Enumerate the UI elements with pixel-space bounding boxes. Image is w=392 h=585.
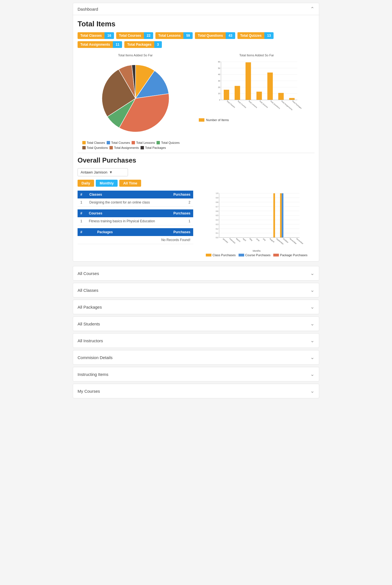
bar-legend-label: Number of Items <box>206 118 229 122</box>
svg-rect-14 <box>224 90 229 100</box>
badge-total-questions: Total Questions43 <box>195 32 235 39</box>
badge-total-classes: Total Classes16 <box>78 32 114 39</box>
legend-dot <box>157 141 160 144</box>
collapsible-section-all-classes: All Classes ⌄ <box>73 283 319 297</box>
pie-legend-item: Total Assignments <box>109 146 139 149</box>
dashboard-title: Dashboard <box>78 7 98 11</box>
svg-text:Total Questions: Total Questions <box>270 100 281 109</box>
svg-text:0.2: 0.2 <box>216 228 218 230</box>
legend-label: Total Lessons <box>136 141 155 144</box>
collapsible-label: Instructing Items <box>78 372 108 377</box>
total-items-title: Total Items <box>78 20 314 28</box>
svg-text:30: 30 <box>218 80 220 82</box>
pie-legend-item: Total Courses <box>107 141 130 144</box>
pie-chart-svg <box>96 59 175 138</box>
collapsible-header[interactable]: All Instructors ⌄ <box>73 334 319 348</box>
pie-legend-item: Total Classes <box>82 141 105 144</box>
bar-chart-wrap: 0102030405060Total ClassesTotal CoursesT… <box>199 59 314 116</box>
filter-btn-daily[interactable]: Daily <box>78 180 94 187</box>
collapsible-header[interactable]: All Classes ⌄ <box>73 283 319 297</box>
legend-dot <box>82 146 86 149</box>
svg-rect-26 <box>289 98 295 100</box>
legend-dot <box>141 146 144 149</box>
filter-btn-monthly[interactable]: Monthly <box>96 180 118 187</box>
collapsible-header[interactable]: My Courses ⌄ <box>73 384 319 398</box>
filter-buttons: DailyMonthlyAll Time <box>78 180 314 187</box>
collapsible-section-all-students: All Students ⌄ <box>73 316 319 331</box>
collapsible-label: All Instructors <box>78 338 103 343</box>
classes-col-num: # <box>78 191 87 198</box>
collapsible-header[interactable]: All Courses ⌄ <box>73 266 319 280</box>
collapsible-label: All Courses <box>78 271 99 276</box>
selector-row: Antawn Jamison ▼ <box>78 168 314 176</box>
pie-legend-item: Total Lessons <box>132 141 155 144</box>
chevron-down-icon: ⌄ <box>310 388 314 394</box>
svg-text:Total Courses: Total Courses <box>237 100 247 108</box>
packages-col-purchases: Purchases <box>142 228 193 236</box>
svg-text:October: October <box>283 238 289 244</box>
overall-purchases-section: Overall Purchases Antawn Jamison ▼ Daily… <box>78 156 314 257</box>
pie-chart-container: Total Items Added So Far Total ClassesTo… <box>78 54 193 149</box>
collapsible-section-all-courses: All Courses ⌄ <box>73 266 319 281</box>
bar-legend: Number of Items <box>199 118 229 122</box>
packages-col-num: # <box>78 228 94 236</box>
svg-text:Total Packages: Total Packages <box>291 100 302 109</box>
svg-text:July: July <box>262 238 267 242</box>
legend-label: Total Assignments <box>114 146 139 149</box>
svg-text:0.0: 0.0 <box>216 237 218 239</box>
svg-text:20: 20 <box>218 86 220 89</box>
collapsible-header[interactable]: All Students ⌄ <box>73 317 319 331</box>
svg-text:0.9: 0.9 <box>216 197 218 199</box>
collapsible-section-instructing-items: Instructing Items ⌄ <box>73 367 319 381</box>
svg-text:60: 60 <box>218 61 220 63</box>
svg-text:50: 50 <box>218 67 220 70</box>
svg-text:10: 10 <box>218 92 220 95</box>
badge-total-packages: Total Packages3 <box>124 41 162 48</box>
bar-chart-title: Total Items Added So Far <box>239 54 274 57</box>
chevron-down-icon: ⌄ <box>310 337 314 344</box>
courses-table: # Courses Purchases 1Fitness training ba… <box>78 209 193 225</box>
legend-dot <box>132 141 135 144</box>
collapsible-header[interactable]: All Packages ⌄ <box>73 300 319 314</box>
collapsible-section-all-packages: All Packages ⌄ <box>73 300 319 314</box>
courses-col-name: Courses <box>86 209 167 217</box>
svg-text:March: March <box>236 238 241 242</box>
dropdown-arrow: ▼ <box>109 170 113 174</box>
svg-rect-60 <box>273 193 275 238</box>
chevron-down-icon: ⌄ <box>310 321 314 327</box>
legend-label: Total Courses <box>111 141 130 144</box>
svg-text:0.3: 0.3 <box>216 223 218 225</box>
svg-text:0.6: 0.6 <box>216 210 218 212</box>
svg-rect-22 <box>267 73 273 100</box>
purchases-title: Overall Purchases <box>78 156 314 164</box>
chevron-down-icon: ⌄ <box>310 304 314 310</box>
collapsible-label: All Packages <box>78 305 102 309</box>
user-selector[interactable]: Antawn Jamison ▼ <box>78 168 128 176</box>
svg-text:0.7: 0.7 <box>216 206 218 208</box>
svg-text:Total Assignments: Total Assignments <box>281 100 293 111</box>
svg-text:0.8: 0.8 <box>216 201 218 203</box>
pie-legend: Total ClassesTotal CoursesTotal LessonsT… <box>82 141 189 149</box>
svg-rect-63 <box>282 193 283 238</box>
charts-row: Total Items Added So Far Total ClassesTo… <box>78 54 314 149</box>
badge-total-courses: Total Courses22 <box>116 32 153 39</box>
filter-btn-alltime[interactable]: All Time <box>119 180 141 187</box>
collapsible-header[interactable]: Instructing Items ⌄ <box>73 367 319 381</box>
svg-rect-62 <box>280 193 282 238</box>
packages-col-name: Packages <box>94 228 142 236</box>
svg-rect-20 <box>256 92 262 100</box>
collapsible-header[interactable]: Commision Details ⌄ <box>73 350 319 364</box>
badges-row-2: Total Assignments11Total Packages3 <box>78 41 314 48</box>
purchase-chart-svg: 0.00.10.20.30.40.50.60.70.80.91.0January… <box>199 191 314 252</box>
legend-dot <box>82 141 86 144</box>
classes-col-purchases: Purchases <box>166 191 193 198</box>
svg-text:0.4: 0.4 <box>216 219 218 221</box>
svg-rect-16 <box>235 86 240 100</box>
svg-text:40: 40 <box>218 73 220 76</box>
purchase-legend: Class PurchasesCourse PurchasesPackage P… <box>199 253 314 257</box>
table-row: 1Fitness training basics in Physical Edu… <box>78 217 193 225</box>
table-row: 1Designing the content for an online cla… <box>78 198 193 207</box>
courses-col-purchases: Purchases <box>167 209 193 217</box>
collapsible-label: Commision Details <box>78 355 113 360</box>
dashboard-header[interactable]: Dashboard ⌃ <box>73 3 319 15</box>
